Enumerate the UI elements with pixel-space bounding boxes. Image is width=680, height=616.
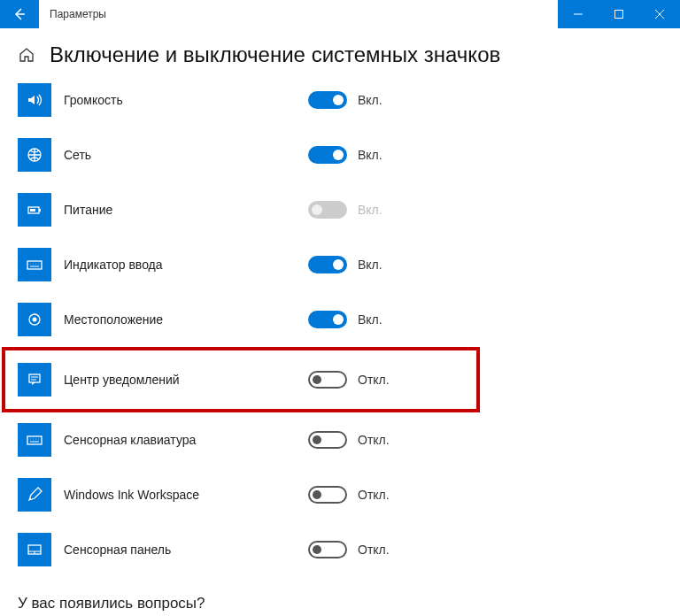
toggle-state-label: Откл. xyxy=(358,543,390,557)
titlebar: Параметры xyxy=(0,0,680,28)
minimize-icon xyxy=(574,10,583,19)
toggle-wrap: Вкл. xyxy=(308,256,382,273)
setting-label: Сенсорная клавиатура xyxy=(51,433,308,447)
toggle-location[interactable] xyxy=(308,311,347,328)
window-controls xyxy=(558,0,680,28)
setting-label: Центр уведомлений xyxy=(51,373,308,387)
toggle-wrap: Вкл. xyxy=(308,201,382,219)
setting-row-network: СетьВкл. xyxy=(18,127,662,182)
setting-label: Сенсорная панель xyxy=(51,543,308,557)
svg-rect-8 xyxy=(29,374,40,382)
toggle-wrap: Вкл. xyxy=(308,146,382,164)
toggle-network[interactable] xyxy=(308,146,347,164)
toggle-wrap: Вкл. xyxy=(308,311,382,328)
setting-label: Громкость xyxy=(51,93,308,107)
toggle-state-label: Откл. xyxy=(358,488,390,502)
toggle-wrap: Откл. xyxy=(308,431,390,449)
svg-rect-0 xyxy=(615,11,623,19)
setting-row-input: Индикатор вводаВкл. xyxy=(18,237,662,292)
battery-icon xyxy=(18,193,51,227)
toggle-state-label: Вкл. xyxy=(358,93,382,107)
home-icon[interactable] xyxy=(18,46,35,64)
minimize-button[interactable] xyxy=(558,0,599,28)
touchpad-icon xyxy=(18,533,51,566)
toggle-state-label: Откл. xyxy=(358,433,390,447)
setting-label: Питание xyxy=(51,203,308,217)
volume-icon xyxy=(18,83,51,117)
setting-label: Местоположение xyxy=(51,312,308,327)
toggle-ink[interactable] xyxy=(308,486,347,504)
setting-row-power: ПитаниеВкл. xyxy=(18,182,662,237)
toggle-power xyxy=(308,201,347,219)
arrow-left-icon xyxy=(12,7,27,21)
setting-row-ink: Windows Ink WorkspaceОткл. xyxy=(18,467,662,522)
action-icon xyxy=(18,363,51,397)
maximize-icon xyxy=(614,10,623,19)
close-icon xyxy=(655,10,664,19)
footer-question: У вас появились вопросы? xyxy=(18,595,662,612)
toggle-action[interactable] xyxy=(308,371,347,389)
back-button[interactable] xyxy=(0,0,39,28)
window-title: Параметры xyxy=(39,0,558,28)
setting-label: Сеть xyxy=(51,148,308,162)
pen-icon xyxy=(18,478,51,512)
keyboard-icon xyxy=(18,423,51,457)
maximize-button[interactable] xyxy=(599,0,639,28)
footer: У вас появились вопросы? Получить помощь xyxy=(18,595,662,616)
globe-icon xyxy=(18,138,51,172)
settings-list: ГромкостьВкл.СетьВкл.ПитаниеВкл.Индикато… xyxy=(18,73,662,577)
toggle-wrap: Откл. xyxy=(308,541,390,558)
toggle-state-label: Вкл. xyxy=(358,258,382,272)
setting-row-touchkb: Сенсорная клавиатураОткл. xyxy=(18,412,662,467)
setting-row-touchpad: Сенсорная панельОткл. xyxy=(18,522,662,577)
toggle-touchpad[interactable] xyxy=(308,541,347,558)
toggle-volume[interactable] xyxy=(308,91,347,109)
toggle-state-label: Вкл. xyxy=(358,312,382,327)
toggle-state-label: Вкл. xyxy=(358,203,382,217)
keyboard-icon xyxy=(18,248,51,281)
header-row: Включение и выключение системных значков xyxy=(18,42,662,67)
setting-label: Windows Ink Workspace xyxy=(51,488,308,502)
toggle-touchkb[interactable] xyxy=(308,431,347,449)
content-area: Включение и выключение системных значков… xyxy=(0,28,680,616)
toggle-wrap: Вкл. xyxy=(308,91,382,109)
svg-rect-4 xyxy=(30,209,35,212)
page-title: Включение и выключение системных значков xyxy=(50,42,500,67)
setting-row-volume: ГромкостьВкл. xyxy=(18,73,662,127)
svg-rect-9 xyxy=(27,436,42,444)
setting-label: Индикатор ввода xyxy=(51,258,308,272)
toggle-state-label: Откл. xyxy=(358,373,390,387)
svg-rect-3 xyxy=(39,209,41,212)
svg-point-7 xyxy=(33,318,37,322)
toggle-state-label: Вкл. xyxy=(358,148,382,162)
setting-row-action: Центр уведомленийОткл. xyxy=(2,347,480,412)
toggle-input[interactable] xyxy=(308,256,347,273)
close-button[interactable] xyxy=(639,0,680,28)
location-icon xyxy=(18,303,51,336)
toggle-wrap: Откл. xyxy=(308,371,390,389)
toggle-wrap: Откл. xyxy=(308,486,390,504)
setting-row-location: МестоположениеВкл. xyxy=(18,292,662,347)
svg-rect-5 xyxy=(27,261,42,269)
